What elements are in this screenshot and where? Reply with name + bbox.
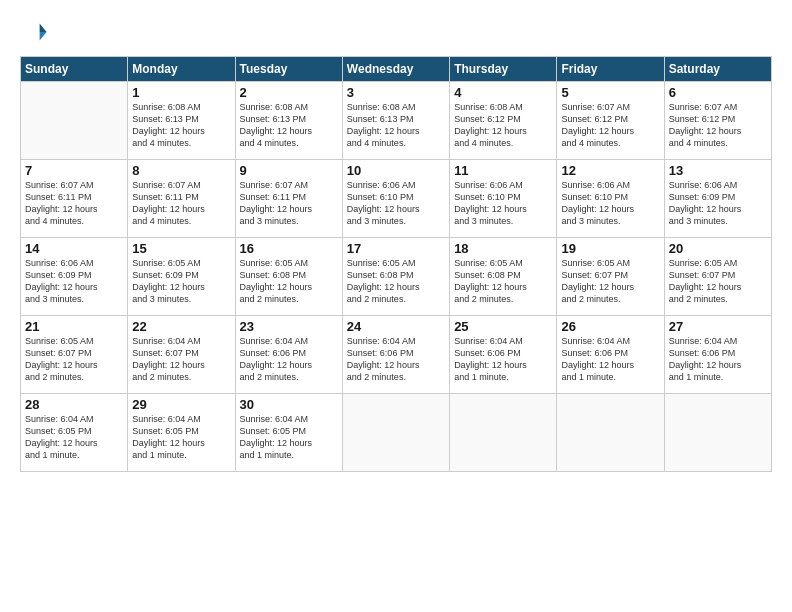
day-number: 5: [561, 85, 659, 100]
day-number: 27: [669, 319, 767, 334]
calendar-day-cell: 18Sunrise: 6:05 AM Sunset: 6:08 PM Dayli…: [450, 238, 557, 316]
day-number: 26: [561, 319, 659, 334]
day-info: Sunrise: 6:05 AM Sunset: 6:08 PM Dayligh…: [347, 257, 445, 306]
day-info: Sunrise: 6:05 AM Sunset: 6:08 PM Dayligh…: [454, 257, 552, 306]
day-number: 22: [132, 319, 230, 334]
calendar-day-cell: 27Sunrise: 6:04 AM Sunset: 6:06 PM Dayli…: [664, 316, 771, 394]
day-info: Sunrise: 6:07 AM Sunset: 6:12 PM Dayligh…: [669, 101, 767, 150]
calendar-week-row: 14Sunrise: 6:06 AM Sunset: 6:09 PM Dayli…: [21, 238, 772, 316]
calendar-day-cell: [21, 82, 128, 160]
day-number: 13: [669, 163, 767, 178]
calendar-day-cell: 3Sunrise: 6:08 AM Sunset: 6:13 PM Daylig…: [342, 82, 449, 160]
day-number: 3: [347, 85, 445, 100]
day-info: Sunrise: 6:07 AM Sunset: 6:11 PM Dayligh…: [25, 179, 123, 228]
day-info: Sunrise: 6:04 AM Sunset: 6:05 PM Dayligh…: [240, 413, 338, 462]
day-info: Sunrise: 6:07 AM Sunset: 6:11 PM Dayligh…: [240, 179, 338, 228]
weekday-header: Saturday: [664, 57, 771, 82]
day-info: Sunrise: 6:06 AM Sunset: 6:09 PM Dayligh…: [669, 179, 767, 228]
day-info: Sunrise: 6:05 AM Sunset: 6:08 PM Dayligh…: [240, 257, 338, 306]
day-number: 24: [347, 319, 445, 334]
day-number: 6: [669, 85, 767, 100]
day-number: 1: [132, 85, 230, 100]
weekday-header: Tuesday: [235, 57, 342, 82]
calendar-day-cell: 1Sunrise: 6:08 AM Sunset: 6:13 PM Daylig…: [128, 82, 235, 160]
calendar-day-cell: 29Sunrise: 6:04 AM Sunset: 6:05 PM Dayli…: [128, 394, 235, 472]
calendar-day-cell: 10Sunrise: 6:06 AM Sunset: 6:10 PM Dayli…: [342, 160, 449, 238]
day-info: Sunrise: 6:04 AM Sunset: 6:06 PM Dayligh…: [669, 335, 767, 384]
day-number: 8: [132, 163, 230, 178]
calendar-day-cell: 19Sunrise: 6:05 AM Sunset: 6:07 PM Dayli…: [557, 238, 664, 316]
day-number: 4: [454, 85, 552, 100]
calendar-day-cell: 16Sunrise: 6:05 AM Sunset: 6:08 PM Dayli…: [235, 238, 342, 316]
day-info: Sunrise: 6:06 AM Sunset: 6:10 PM Dayligh…: [347, 179, 445, 228]
calendar-day-cell: 23Sunrise: 6:04 AM Sunset: 6:06 PM Dayli…: [235, 316, 342, 394]
calendar-day-cell: [557, 394, 664, 472]
calendar-day-cell: [342, 394, 449, 472]
day-info: Sunrise: 6:05 AM Sunset: 6:07 PM Dayligh…: [669, 257, 767, 306]
logo-icon: [20, 18, 48, 46]
calendar-day-cell: 30Sunrise: 6:04 AM Sunset: 6:05 PM Dayli…: [235, 394, 342, 472]
calendar: SundayMondayTuesdayWednesdayThursdayFrid…: [20, 56, 772, 472]
calendar-day-cell: 12Sunrise: 6:06 AM Sunset: 6:10 PM Dayli…: [557, 160, 664, 238]
svg-marker-0: [40, 24, 47, 32]
day-info: Sunrise: 6:06 AM Sunset: 6:09 PM Dayligh…: [25, 257, 123, 306]
header: [20, 18, 772, 46]
calendar-week-row: 7Sunrise: 6:07 AM Sunset: 6:11 PM Daylig…: [21, 160, 772, 238]
day-info: Sunrise: 6:05 AM Sunset: 6:09 PM Dayligh…: [132, 257, 230, 306]
day-number: 18: [454, 241, 552, 256]
day-info: Sunrise: 6:04 AM Sunset: 6:05 PM Dayligh…: [132, 413, 230, 462]
weekday-header: Thursday: [450, 57, 557, 82]
day-info: Sunrise: 6:08 AM Sunset: 6:13 PM Dayligh…: [240, 101, 338, 150]
day-info: Sunrise: 6:05 AM Sunset: 6:07 PM Dayligh…: [25, 335, 123, 384]
day-number: 9: [240, 163, 338, 178]
day-info: Sunrise: 6:04 AM Sunset: 6:05 PM Dayligh…: [25, 413, 123, 462]
weekday-header: Friday: [557, 57, 664, 82]
day-info: Sunrise: 6:04 AM Sunset: 6:06 PM Dayligh…: [240, 335, 338, 384]
calendar-day-cell: 4Sunrise: 6:08 AM Sunset: 6:12 PM Daylig…: [450, 82, 557, 160]
day-number: 25: [454, 319, 552, 334]
page: SundayMondayTuesdayWednesdayThursdayFrid…: [0, 0, 792, 482]
weekday-header: Wednesday: [342, 57, 449, 82]
day-number: 21: [25, 319, 123, 334]
calendar-day-cell: 21Sunrise: 6:05 AM Sunset: 6:07 PM Dayli…: [21, 316, 128, 394]
calendar-week-row: 1Sunrise: 6:08 AM Sunset: 6:13 PM Daylig…: [21, 82, 772, 160]
calendar-day-cell: 28Sunrise: 6:04 AM Sunset: 6:05 PM Dayli…: [21, 394, 128, 472]
day-number: 20: [669, 241, 767, 256]
day-info: Sunrise: 6:07 AM Sunset: 6:12 PM Dayligh…: [561, 101, 659, 150]
calendar-day-cell: 5Sunrise: 6:07 AM Sunset: 6:12 PM Daylig…: [557, 82, 664, 160]
day-info: Sunrise: 6:04 AM Sunset: 6:06 PM Dayligh…: [347, 335, 445, 384]
day-number: 17: [347, 241, 445, 256]
day-number: 29: [132, 397, 230, 412]
day-info: Sunrise: 6:06 AM Sunset: 6:10 PM Dayligh…: [454, 179, 552, 228]
calendar-day-cell: 26Sunrise: 6:04 AM Sunset: 6:06 PM Dayli…: [557, 316, 664, 394]
day-info: Sunrise: 6:08 AM Sunset: 6:13 PM Dayligh…: [132, 101, 230, 150]
calendar-day-cell: 6Sunrise: 6:07 AM Sunset: 6:12 PM Daylig…: [664, 82, 771, 160]
day-number: 14: [25, 241, 123, 256]
day-info: Sunrise: 6:08 AM Sunset: 6:12 PM Dayligh…: [454, 101, 552, 150]
calendar-day-cell: 7Sunrise: 6:07 AM Sunset: 6:11 PM Daylig…: [21, 160, 128, 238]
weekday-header: Sunday: [21, 57, 128, 82]
day-number: 10: [347, 163, 445, 178]
calendar-day-cell: 13Sunrise: 6:06 AM Sunset: 6:09 PM Dayli…: [664, 160, 771, 238]
calendar-day-cell: 11Sunrise: 6:06 AM Sunset: 6:10 PM Dayli…: [450, 160, 557, 238]
calendar-day-cell: 25Sunrise: 6:04 AM Sunset: 6:06 PM Dayli…: [450, 316, 557, 394]
calendar-day-cell: 2Sunrise: 6:08 AM Sunset: 6:13 PM Daylig…: [235, 82, 342, 160]
calendar-week-row: 28Sunrise: 6:04 AM Sunset: 6:05 PM Dayli…: [21, 394, 772, 472]
day-info: Sunrise: 6:04 AM Sunset: 6:07 PM Dayligh…: [132, 335, 230, 384]
day-info: Sunrise: 6:04 AM Sunset: 6:06 PM Dayligh…: [561, 335, 659, 384]
day-info: Sunrise: 6:05 AM Sunset: 6:07 PM Dayligh…: [561, 257, 659, 306]
svg-marker-1: [40, 32, 47, 40]
logo: [20, 18, 52, 46]
day-number: 11: [454, 163, 552, 178]
day-info: Sunrise: 6:08 AM Sunset: 6:13 PM Dayligh…: [347, 101, 445, 150]
weekday-header: Monday: [128, 57, 235, 82]
calendar-day-cell: [450, 394, 557, 472]
day-number: 19: [561, 241, 659, 256]
day-number: 23: [240, 319, 338, 334]
day-info: Sunrise: 6:06 AM Sunset: 6:10 PM Dayligh…: [561, 179, 659, 228]
day-number: 2: [240, 85, 338, 100]
calendar-day-cell: 8Sunrise: 6:07 AM Sunset: 6:11 PM Daylig…: [128, 160, 235, 238]
day-number: 7: [25, 163, 123, 178]
calendar-week-row: 21Sunrise: 6:05 AM Sunset: 6:07 PM Dayli…: [21, 316, 772, 394]
calendar-day-cell: 9Sunrise: 6:07 AM Sunset: 6:11 PM Daylig…: [235, 160, 342, 238]
